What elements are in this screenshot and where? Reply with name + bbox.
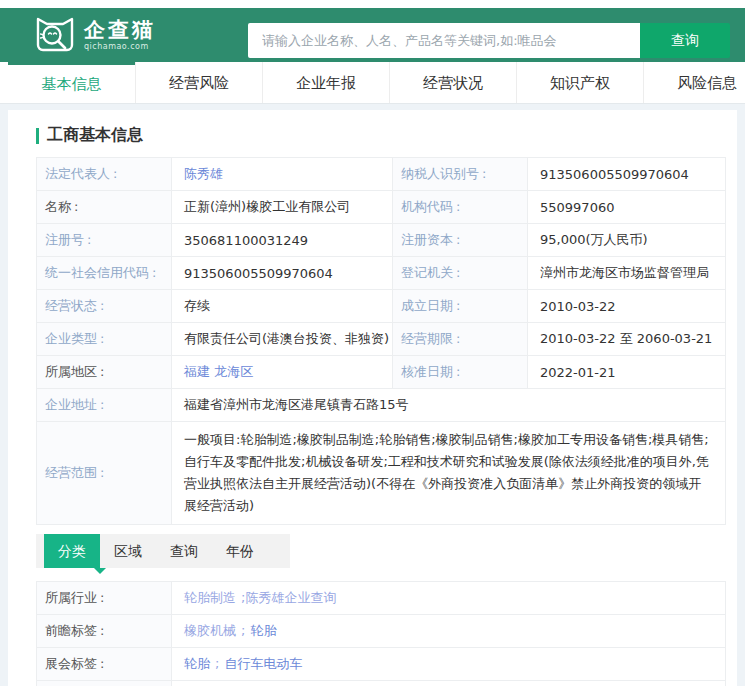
tab-annual-report[interactable]: 企业年报 (262, 62, 389, 103)
field-label: 企业类型: (37, 323, 172, 356)
info-row: 注册号: 350681100031249 注册资本: 95,000(万人民币) (37, 224, 726, 257)
tag-link[interactable]: 自行车电动车 (224, 656, 302, 671)
field-value: 913506005509970604 (172, 257, 393, 290)
tag-row: 所属行业: 轮胎制造;陈秀雄企业查询 (37, 582, 726, 615)
info-row: 经营范围: 一般项目:轮胎制造;橡胶制品制造;轮胎销售;橡胶制品销售;橡胶加工专… (37, 422, 726, 525)
field-label: 业务标签: (37, 681, 172, 686)
tag-link[interactable]: 轮胎 (184, 656, 210, 671)
info-row: 法定代表人: 陈秀雄 纳税人识别号: 913506005509970604 (37, 158, 726, 191)
field-label: 注册资本: (393, 224, 528, 257)
search-bar: 查询 (248, 23, 730, 58)
field-value: 漳州市龙海区市场监督管理局 (528, 257, 726, 290)
search-button[interactable]: 查询 (640, 23, 730, 58)
field-value: 有限责任公司(港澳台投资、非独资) (172, 323, 393, 356)
field-label: 机构代码: (393, 191, 528, 224)
tab-intellectual-property[interactable]: 知识产权 (516, 62, 643, 103)
info-row: 统一社会信用代码: 913506005509970604 登记机关: 漳州市龙海… (37, 257, 726, 290)
field-value: 913506005509970604 (528, 158, 726, 191)
tag-row: 前瞻标签: 橡胶机械;轮胎 (37, 615, 726, 648)
filter-tab-category[interactable]: 分类 (44, 534, 100, 568)
field-value: 95,000(万人民币) (528, 224, 726, 257)
business-info-table: 法定代表人: 陈秀雄 纳税人识别号: 913506005509970604 名称… (36, 157, 726, 525)
field-value: 350681100031249 (172, 224, 393, 257)
field-value: 2022-01-21 (528, 356, 726, 389)
field-label: 核准日期: (393, 356, 528, 389)
tag-row: 业务标签: 销售;橡胶制品;轮胎;制造 (37, 681, 726, 686)
field-label: 统一社会信用代码: (37, 257, 172, 290)
field-value: 正新(漳州)橡胶工业有限公司 (172, 191, 393, 224)
logo[interactable]: 企查猫 qichamao.com (34, 15, 156, 53)
logo-domain: qichamao.com (84, 42, 156, 51)
field-value: 轮胎制造;陈秀雄企业查询 (172, 582, 726, 615)
info-row: 企业地址: 福建省漳州市龙海区港尾镇青石路15号 (37, 389, 726, 422)
info-row: 名称: 正新(漳州)橡胶工业有限公司 机构代码: 550997060 (37, 191, 726, 224)
filter-tab-bar: 分类 区域 查询 年份 (36, 534, 290, 568)
filter-tab-query[interactable]: 查询 (156, 534, 212, 568)
tag-row: 展会标签: 轮胎;自行车电动车 (37, 648, 726, 681)
field-value: 福建 龙海区 (172, 356, 393, 389)
field-label: 前瞻标签: (37, 615, 172, 648)
field-label: 所属地区: (37, 356, 172, 389)
site-header: 企查猫 qichamao.com 查询 (0, 8, 745, 62)
field-label: 纳税人识别号: (393, 158, 528, 191)
industry-link[interactable]: 轮胎制造 (184, 590, 236, 605)
field-value: 陈秀雄 (172, 158, 393, 191)
tab-basic-info[interactable]: 基本信息 (8, 62, 135, 103)
field-label: 经营范围: (37, 422, 172, 525)
field-value: 一般项目:轮胎制造;橡胶制品制造;轮胎销售;橡胶制品销售;橡胶加工专用设备销售;… (172, 422, 726, 525)
field-label: 登记机关: (393, 257, 528, 290)
field-label: 法定代表人: (37, 158, 172, 191)
field-label: 注册号: (37, 224, 172, 257)
page-background: 工商基本信息 法定代表人: 陈秀雄 纳税人识别号: 91350600550997… (0, 104, 745, 686)
field-label: 成立日期: (393, 290, 528, 323)
info-row: 经营状态: 存续 成立日期: 2010-03-22 (37, 290, 726, 323)
field-value: 2010-03-22 至 2060-03-21 (528, 323, 726, 356)
field-value: 2010-03-22 (528, 290, 726, 323)
field-label: 经营期限: (393, 323, 528, 356)
search-input[interactable] (248, 23, 640, 58)
field-label: 所属行业: (37, 582, 172, 615)
field-label: 经营状态: (37, 290, 172, 323)
field-label: 名称: (37, 191, 172, 224)
section-title-bar (36, 128, 39, 144)
section-title: 工商基本信息 (36, 125, 709, 146)
field-value: 福建省漳州市龙海区港尾镇青石路15号 (172, 389, 726, 422)
filter-tab-region[interactable]: 区域 (100, 534, 156, 568)
cat-magnifier-icon (34, 15, 76, 53)
tab-risk-info[interactable]: 风险信息 (643, 62, 745, 103)
info-row: 企业类型: 有限责任公司(港澳台投资、非独资) 经营期限: 2010-03-22… (37, 323, 726, 356)
tab-business-risk[interactable]: 经营风险 (135, 62, 262, 103)
tab-operating-status[interactable]: 经营状况 (389, 62, 516, 103)
region-link-city[interactable]: 龙海区 (214, 364, 253, 379)
field-label: 展会标签: (37, 648, 172, 681)
field-value: 存续 (172, 290, 393, 323)
field-value: 橡胶机械;轮胎 (172, 615, 726, 648)
field-value: 550997060 (528, 191, 726, 224)
top-strip (0, 0, 745, 8)
field-label: 企业地址: (37, 389, 172, 422)
active-tab-pointer-icon (94, 568, 106, 574)
info-row: 所属地区: 福建 龙海区 核准日期: 2022-01-21 (37, 356, 726, 389)
tag-link[interactable]: 橡胶机械 (184, 623, 236, 638)
field-value: 轮胎;自行车电动车 (172, 648, 726, 681)
tag-table: 所属行业: 轮胎制造;陈秀雄企业查询 前瞻标签: 橡胶机械;轮胎 展会标签: 轮… (36, 581, 726, 686)
tag-link[interactable]: 轮胎 (250, 623, 276, 638)
section-title-text: 工商基本信息 (47, 125, 143, 146)
region-link-province[interactable]: 福建 (184, 364, 210, 379)
industry-link[interactable]: 陈秀雄企业查询 (245, 590, 336, 605)
filter-tab-year[interactable]: 年份 (212, 534, 268, 568)
nav-tabs: 基本信息 经营风险 企业年报 经营状况 知识产权 风险信息 (0, 62, 745, 104)
legal-representative-link[interactable]: 陈秀雄 (184, 166, 223, 181)
content-card: 工商基本信息 法定代表人: 陈秀雄 纳税人识别号: 91350600550997… (8, 110, 737, 686)
field-value: 销售;橡胶制品;轮胎;制造 (172, 681, 726, 686)
logo-name: 企查猫 (84, 18, 156, 42)
